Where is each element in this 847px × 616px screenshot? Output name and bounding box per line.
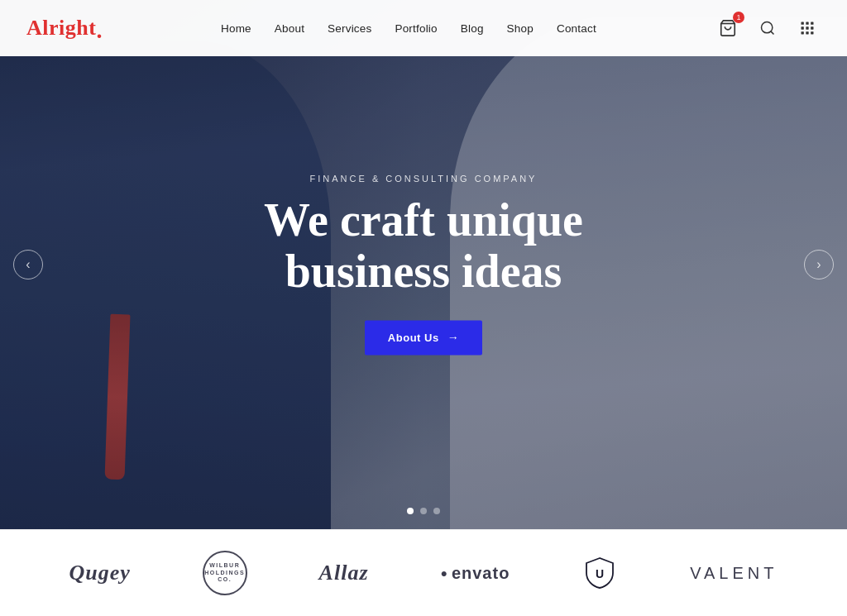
hero-subtitle: Finance & Consulting Company xyxy=(175,174,672,184)
slider-dot-2[interactable] xyxy=(420,508,427,514)
svg-rect-5 xyxy=(801,26,803,29)
svg-rect-4 xyxy=(811,22,813,25)
slider-next-button[interactable]: › xyxy=(804,250,834,279)
hero-title-line2: business ideas xyxy=(285,246,562,297)
nav-item-about[interactable]: About xyxy=(275,21,304,36)
site-logo[interactable]: Alright. xyxy=(26,17,103,40)
envato-text: envato xyxy=(452,564,510,583)
svg-text:U: U xyxy=(596,567,604,580)
cart-button[interactable]: 1 xyxy=(715,15,741,41)
arrow-icon: → xyxy=(447,332,460,345)
hero-title: We craft unique business ideas xyxy=(175,195,672,297)
brand-envato: ●envato xyxy=(440,564,510,583)
shield-icon: U xyxy=(581,555,618,591)
main-nav: Home About Services Portfolio Blog Shop … xyxy=(221,21,596,36)
chevron-left-icon: ‹ xyxy=(26,257,30,272)
hero-cta-label: About Us xyxy=(388,332,439,344)
logo-dot: . xyxy=(96,17,103,42)
brand-shield: U xyxy=(581,552,618,594)
brands-bar: Qugey WILBURHOLDINGSCO. Allaz ●envato U … xyxy=(0,529,847,616)
svg-rect-8 xyxy=(801,31,803,34)
brand-qugey: Qugey xyxy=(69,561,130,585)
slider-prev-button[interactable]: ‹ xyxy=(13,250,43,279)
brand-allaz: Allaz xyxy=(319,561,369,585)
svg-rect-6 xyxy=(806,26,808,29)
grid-button[interactable] xyxy=(794,15,821,41)
brand-circle-emblem: WILBURHOLDINGSCO. xyxy=(203,551,247,595)
svg-rect-9 xyxy=(806,31,808,34)
logo-text: Alright xyxy=(26,16,96,40)
svg-rect-10 xyxy=(811,31,813,34)
svg-point-1 xyxy=(761,22,772,33)
hero-section: ‹ Finance & Consulting Company We craft … xyxy=(0,0,847,529)
hero-cta-button[interactable]: About Us → xyxy=(365,321,482,356)
slider-dot-1[interactable] xyxy=(407,508,414,514)
search-button[interactable] xyxy=(754,15,781,41)
chevron-right-icon: › xyxy=(816,257,821,272)
cart-badge: 1 xyxy=(733,12,744,23)
slider-dot-3[interactable] xyxy=(433,508,440,514)
brand-valent: VALENT xyxy=(690,564,778,583)
envato-dot-icon: ● xyxy=(440,566,447,580)
grid-icon xyxy=(799,20,816,36)
nav-item-home[interactable]: Home xyxy=(221,21,251,36)
nav-item-services[interactable]: Services xyxy=(328,21,371,36)
hero-title-line1: We craft unique xyxy=(264,194,583,246)
hero-content: Finance & Consulting Company We craft un… xyxy=(175,174,672,355)
svg-rect-3 xyxy=(806,22,808,25)
nav-item-contact[interactable]: Contact xyxy=(557,21,596,36)
search-icon xyxy=(759,20,776,36)
svg-rect-2 xyxy=(801,22,803,25)
navbar: Alright. Home About Services Portfolio B… xyxy=(0,0,847,56)
svg-rect-7 xyxy=(811,26,813,29)
nav-item-portfolio[interactable]: Portfolio xyxy=(395,21,437,36)
navbar-icons: 1 xyxy=(715,15,821,41)
nav-item-blog[interactable]: Blog xyxy=(461,21,484,36)
nav-item-shop[interactable]: Shop xyxy=(507,21,534,36)
slider-dots xyxy=(407,508,440,514)
brand-circle-text: WILBURHOLDINGSCO. xyxy=(204,562,245,583)
